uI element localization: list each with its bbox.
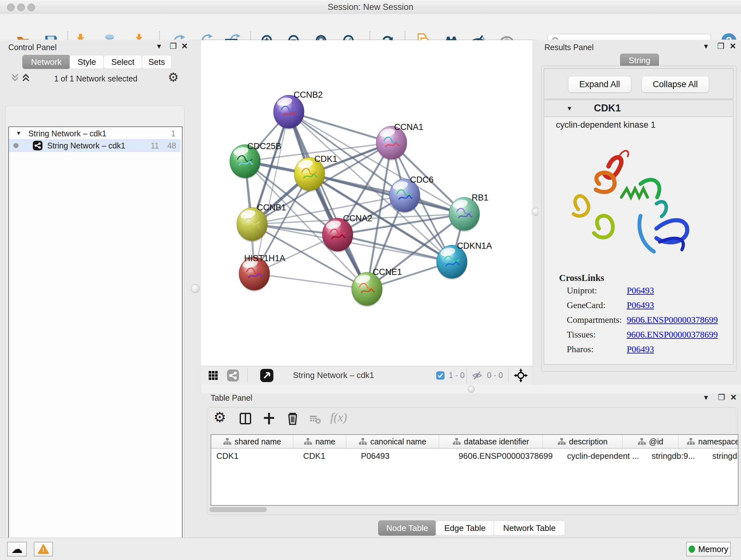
current-network-name: String Network – cdk1 — [293, 370, 374, 380]
sitemap-icon — [304, 438, 312, 445]
float-panel-icon[interactable]: ❐ — [170, 42, 177, 51]
node-table: shared name name canonical name database… — [211, 434, 738, 506]
delete-table-icon[interactable] — [309, 415, 321, 424]
network-edge[interactable] — [310, 174, 464, 214]
column-header[interactable]: shared name — [211, 435, 293, 448]
float-panel-icon[interactable]: ❐ — [718, 42, 724, 51]
tree-caret-icon[interactable]: ▼ — [16, 130, 21, 137]
memory-button[interactable]: Memory — [686, 542, 731, 557]
network-status-dot — [13, 143, 18, 148]
gene-details: cyclin-dependent kinase 1 — [544, 117, 733, 364]
network-node-label: CCNE1 — [373, 267, 402, 277]
sitemap-icon — [223, 438, 231, 445]
function-builder-icon: f(x) — [330, 410, 347, 424]
hidden-eye-icon — [472, 370, 482, 381]
grid-view-icon[interactable] — [208, 370, 218, 381]
add-column-icon[interactable] — [263, 412, 275, 425]
close-panel-icon[interactable]: ✕ — [181, 42, 188, 51]
show-columns-icon[interactable] — [239, 412, 252, 425]
selected-checkbox-icon[interactable] — [436, 371, 445, 380]
control-panel: Control Panel ▾ ❐ ✕ NetworkStyleSelectSe… — [0, 40, 190, 538]
crosslink-value[interactable]: 9606.ENSP00000378699 — [627, 315, 718, 325]
column-header[interactable]: database identifier — [439, 435, 543, 448]
section-caret-icon[interactable]: ▼ — [566, 105, 572, 112]
network-node[interactable] — [352, 272, 382, 307]
delete-column-icon[interactable] — [286, 412, 299, 425]
hidden-counts: 0 - 0 — [487, 371, 503, 380]
divider — [467, 368, 467, 383]
network-node[interactable] — [322, 218, 353, 253]
table-row[interactable]: CDK1 CDK1 P06493 9606.ENSP00000378699 cy… — [211, 449, 738, 463]
horizontal-scrollbar-thumb[interactable] — [209, 507, 267, 512]
tab-node-table[interactable]: Node Table — [378, 520, 436, 536]
network-canvas[interactable]: CCNB2CCNA1CDC25BCDK1CDC6RB1CCNB1CCNA2CDK… — [201, 40, 532, 366]
results-panel-title: Results Panel — [544, 43, 594, 52]
network-node-label: CDKN1A — [457, 241, 492, 251]
control-panel-tabs: NetworkStyleSelectSets — [22, 55, 172, 69]
crosslink-value[interactable]: P06493 — [627, 286, 654, 296]
tab-string[interactable]: String — [620, 54, 659, 67]
network-node[interactable] — [237, 207, 267, 242]
crosslink-label: Compartments: — [567, 315, 622, 325]
network-collection-row[interactable]: ▼ String Network – cdk1 1 — [9, 128, 181, 139]
expand-all-networks-icon[interactable] — [21, 73, 30, 82]
column-header[interactable]: @id — [623, 435, 678, 448]
collapse-panel-icon[interactable]: ▾ — [704, 42, 708, 51]
titlebar: Session: New Session — [0, 0, 741, 14]
network-selection-status: 1 of 1 Network selected — [32, 74, 159, 83]
cloud-button[interactable]: ☁ — [7, 542, 27, 557]
results-panel: Results Panel ▾ ❐ ✕ String Expand All Co… — [539, 40, 741, 385]
network-edge[interactable] — [254, 273, 367, 289]
edge-count: 48 — [167, 141, 176, 150]
tab-sets[interactable]: Sets — [142, 55, 172, 69]
network-tree: ▼ String Network – cdk1 1 String Network… — [8, 126, 183, 560]
birdseye-crosshair-icon[interactable] — [513, 368, 529, 383]
left-splitter[interactable] — [190, 40, 201, 538]
table-gear-icon[interactable]: ⚙ — [213, 409, 226, 425]
crosslink-value[interactable]: P06493 — [627, 344, 654, 354]
splitter-handle[interactable] — [191, 284, 200, 293]
float-panel-icon[interactable]: ❐ — [718, 393, 725, 401]
collapse-all-networks-icon[interactable] — [10, 73, 20, 82]
tab-edge-table[interactable]: Edge Table — [435, 520, 494, 536]
crosslink-label: GeneCard: — [567, 300, 605, 310]
app-statusbar: ☁ ! Memory — [0, 538, 741, 560]
close-panel-icon[interactable]: ✕ — [730, 393, 737, 401]
column-header[interactable]: name — [293, 435, 346, 448]
network-edge[interactable] — [289, 112, 367, 289]
sitemap-icon — [557, 438, 566, 445]
network-node-label: CCNB2 — [293, 90, 323, 100]
detach-view-icon[interactable] — [260, 368, 274, 382]
column-header[interactable]: description — [543, 435, 623, 448]
cloud-icon: ☁ — [11, 543, 23, 555]
tab-style[interactable]: Style — [70, 55, 104, 69]
table-header: shared name name canonical name database… — [211, 435, 738, 449]
expand-all-button[interactable]: Expand All — [568, 76, 631, 92]
column-header[interactable]: namespace — [678, 435, 738, 448]
tab-select[interactable]: Select — [104, 55, 142, 69]
memory-label: Memory — [698, 544, 728, 554]
network-node[interactable] — [449, 197, 480, 232]
collapse-all-button[interactable]: Collapse All — [642, 76, 709, 92]
tab-network-table[interactable]: Network Table — [494, 520, 565, 536]
close-panel-icon[interactable]: ✕ — [730, 42, 736, 51]
network-options-gear-icon[interactable]: ⚙ — [168, 70, 179, 84]
crosslink-value[interactable]: 9606.ENSP00000378699 — [627, 329, 718, 340]
collapse-panel-icon[interactable]: ▾ — [157, 42, 161, 51]
network-edge[interactable] — [289, 112, 392, 143]
column-header[interactable]: canonical name — [346, 435, 439, 448]
main-toolbar: ? — [0, 14, 741, 40]
crosslink-value[interactable]: P06493 — [627, 300, 654, 310]
gene-description: cyclin-dependent kinase 1 — [556, 120, 656, 130]
network-node-label: CDC25B — [247, 141, 281, 151]
right-splitter[interactable] — [532, 40, 539, 385]
tab-network[interactable]: Network — [22, 55, 70, 69]
network-view-icon[interactable] — [226, 369, 239, 382]
collection-count: 1 — [171, 129, 176, 138]
svg-text:!: ! — [43, 547, 44, 553]
warnings-button[interactable]: ! — [34, 542, 53, 557]
network-node[interactable] — [273, 95, 304, 130]
collapse-panel-icon[interactable]: ▾ — [704, 393, 708, 401]
network-row-selected[interactable]: String Network – cdk1 11 48 — [9, 139, 181, 152]
table-panel-title: Table Panel — [211, 393, 253, 402]
